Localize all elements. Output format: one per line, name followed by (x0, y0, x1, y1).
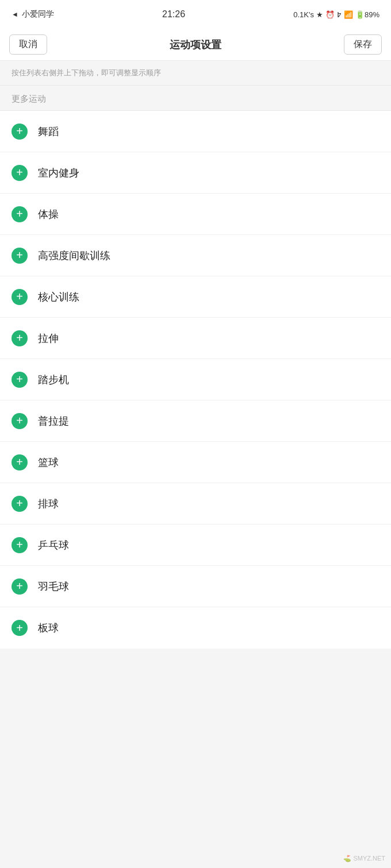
status-bar: ◄ 小爱同学 21:26 0.1K's ★ ⏰ ߈ 📶 🔋89% (0, 0, 391, 29)
cancel-button[interactable]: 取消 (9, 34, 47, 55)
section-header-label: 更多运动 (12, 94, 46, 103)
item-label-indoor-fitness: 室内健身 (38, 166, 79, 180)
item-label-stair-climber: 踏步机 (38, 373, 69, 387)
add-icon-core-training[interactable] (12, 289, 28, 305)
item-label-volleyball: 排球 (38, 497, 59, 511)
list-item-indoor-fitness[interactable]: 室内健身 (0, 152, 391, 194)
add-icon-stair-climber[interactable] (12, 372, 28, 388)
status-left: ◄ 小爱同学 (12, 9, 54, 20)
wifi-icon: 📶 (344, 10, 353, 19)
assistant-name: 小爱同学 (22, 9, 54, 20)
list-item-basketball[interactable]: 篮球 (0, 442, 391, 483)
list-item-dance[interactable]: 舞蹈 (0, 111, 391, 152)
item-label-core-training: 核心训练 (38, 290, 79, 304)
add-icon-pilates[interactable] (12, 413, 28, 429)
list-item-rugby[interactable]: 板球 (0, 607, 391, 649)
list-item-badminton[interactable]: 羽毛球 (0, 566, 391, 607)
sports-list: 舞蹈室内健身体操高强度间歇训练核心训练拉伸踏步机普拉提篮球排球乒乓球羽毛球板球 (0, 111, 391, 649)
status-time: 21:26 (162, 9, 185, 20)
section-header: 更多运动 (0, 86, 391, 111)
battery-icon: 🔋89% (355, 10, 379, 19)
item-label-badminton: 羽毛球 (38, 580, 69, 593)
hint-bar: 按住列表右侧并上下拖动，即可调整显示顺序 (0, 61, 391, 86)
alarm-icon: ⏰ (325, 10, 335, 19)
item-label-pilates: 普拉提 (38, 414, 69, 428)
status-right: 0.1K's ★ ⏰ ߈ 📶 🔋89% (293, 10, 379, 19)
add-icon-volleyball[interactable] (12, 496, 28, 512)
list-item-table-tennis[interactable]: 乒乓球 (0, 524, 391, 566)
network-speed: 0.1K's (293, 10, 314, 19)
item-label-rugby: 板球 (38, 621, 59, 635)
list-item-hiit[interactable]: 高强度间歇训练 (0, 235, 391, 276)
item-label-basketball: 篮球 (38, 456, 59, 469)
add-icon-stretching[interactable] (12, 330, 28, 346)
add-icon-badminton[interactable] (12, 578, 28, 595)
item-label-table-tennis: 乒乓球 (38, 538, 69, 552)
add-icon-indoor-fitness[interactable] (12, 165, 28, 181)
add-icon-table-tennis[interactable] (12, 537, 28, 553)
add-icon-rugby[interactable] (12, 620, 28, 636)
list-item-pilates[interactable]: 普拉提 (0, 400, 391, 442)
list-item-gymnastics[interactable]: 体操 (0, 194, 391, 235)
list-item-stretching[interactable]: 拉伸 (0, 318, 391, 359)
add-icon-gymnastics[interactable] (12, 206, 28, 222)
nav-bar: 取消 运动项设置 保存 (0, 29, 391, 61)
item-label-dance: 舞蹈 (38, 125, 59, 138)
hint-text: 按住列表右侧并上下拖动，即可调整显示顺序 (12, 68, 161, 77)
page-title: 运动项设置 (170, 38, 221, 52)
item-label-stretching: 拉伸 (38, 331, 59, 345)
item-label-gymnastics: 体操 (38, 207, 59, 221)
add-icon-basketball[interactable] (12, 454, 28, 470)
add-icon-dance[interactable] (12, 124, 28, 140)
list-item-core-training[interactable]: 核心训练 (0, 276, 391, 318)
speaker-icon: ◄ (12, 10, 18, 18)
add-icon-hiit[interactable] (12, 248, 28, 264)
save-button[interactable]: 保存 (344, 34, 382, 55)
signal-bars-icon: ߈ (337, 10, 342, 19)
bluetooth-icon: ★ (316, 10, 323, 19)
watermark: ⛳ SMYZ.NET (343, 855, 385, 862)
list-item-stair-climber[interactable]: 踏步机 (0, 359, 391, 400)
item-label-hiit: 高强度间歇训练 (38, 249, 110, 263)
list-item-volleyball[interactable]: 排球 (0, 483, 391, 524)
